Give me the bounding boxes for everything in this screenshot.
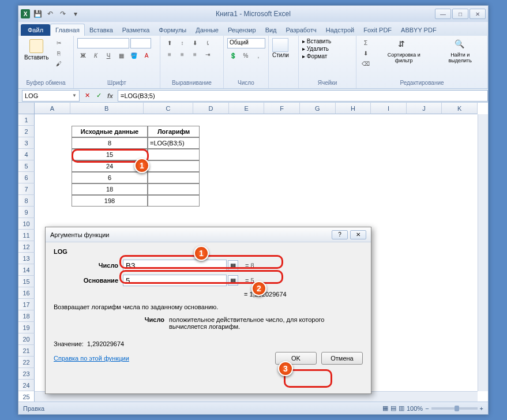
qat-dropdown-icon[interactable]: ▾ [70, 9, 81, 19]
italic-button[interactable]: К [90, 51, 102, 60]
view-normal-icon[interactable]: ▦ [382, 404, 388, 412]
row-header-4[interactable]: 4 [18, 149, 35, 160]
tab-review[interactable]: Рецензир [223, 24, 261, 36]
cell-B6[interactable]: 6 [72, 172, 148, 183]
align-right-icon[interactable]: ≡ [189, 50, 201, 59]
align-left-icon[interactable]: ≡ [164, 50, 175, 59]
formula-enter-button[interactable]: ✓ [93, 91, 104, 101]
cancel-button[interactable]: Отмена [321, 352, 363, 365]
cell-C7[interactable] [148, 183, 200, 195]
cell-B2[interactable]: Исходные данные [72, 126, 148, 137]
cell-C6[interactable] [148, 172, 200, 183]
align-top-icon[interactable]: ⬆ [164, 38, 175, 47]
name-box[interactable]: LOG ▼ [22, 90, 80, 102]
tab-view[interactable]: Вид [261, 24, 281, 36]
cut-icon[interactable]: ✂ [53, 38, 65, 47]
help-link[interactable]: Справка по этой функции [54, 355, 129, 362]
close-button[interactable]: ✕ [470, 9, 486, 19]
comma-icon[interactable]: , [253, 51, 264, 60]
zoom-in-button[interactable]: + [480, 405, 483, 412]
collapse-dialog-icon[interactable]: ▦ [228, 260, 238, 271]
tab-developer[interactable]: Разработч [281, 24, 321, 36]
row-header-19[interactable]: 19 [18, 322, 35, 333]
insert-function-button[interactable]: fx [105, 91, 115, 101]
row-header-23[interactable]: 23 [18, 368, 35, 380]
copy-icon[interactable]: ⎘ [53, 48, 65, 58]
zoom-level[interactable]: 100% [407, 405, 423, 412]
cell-B3[interactable]: 8 [72, 137, 148, 149]
row-header-24[interactable]: 24 [18, 380, 35, 391]
row-header-8[interactable]: 8 [18, 195, 35, 207]
collapse-dialog-icon[interactable]: ▦ [228, 275, 238, 286]
tab-abbyy[interactable]: ABBYY PDF [396, 24, 441, 36]
col-header-A[interactable]: A [35, 103, 70, 114]
cells-format-button[interactable]: ▸ Формат [302, 53, 331, 59]
vertical-scrollbar[interactable] [478, 114, 488, 391]
row-header-12[interactable]: 12 [18, 241, 35, 253]
col-header-J[interactable]: J [407, 103, 442, 114]
find-select-button[interactable]: 🔍Найти и выделить [436, 38, 484, 65]
fill-icon[interactable]: ⬇ [360, 48, 371, 58]
format-painter-icon[interactable]: 🖌 [53, 59, 65, 68]
row-header-1[interactable]: 1 [18, 114, 35, 126]
autosum-icon[interactable]: Σ [360, 38, 371, 47]
cells-delete-button[interactable]: ▸ Удалить [302, 46, 331, 52]
minimize-button[interactable]: — [435, 9, 451, 19]
paste-button[interactable]: Вставить [22, 38, 51, 62]
row-header-15[interactable]: 15 [18, 276, 35, 287]
undo-icon[interactable]: ↶ [45, 9, 55, 19]
underline-button[interactable]: Ч [103, 51, 114, 60]
align-middle-icon[interactable]: ↕ [176, 38, 188, 47]
row-header-21[interactable]: 21 [18, 345, 35, 357]
col-header-E[interactable]: E [229, 103, 265, 114]
fill-color-button[interactable]: 🪣 [128, 51, 140, 60]
col-header-I[interactable]: I [371, 103, 407, 114]
col-header-B[interactable]: B [70, 103, 144, 114]
styles-button[interactable]: Стили [272, 38, 289, 58]
font-color-button[interactable]: A [141, 51, 152, 60]
tab-layout[interactable]: Разметка [118, 24, 155, 36]
redo-icon[interactable]: ↷ [58, 9, 68, 19]
col-header-D[interactable]: D [193, 103, 229, 114]
cell-B7[interactable]: 18 [72, 183, 148, 195]
arg-number-input[interactable] [123, 260, 227, 271]
row-header-17[interactable]: 17 [18, 299, 35, 310]
formula-input[interactable]: =LOG(B3;5) [118, 90, 488, 102]
align-center-icon[interactable]: ≡ [176, 50, 188, 59]
zoom-slider[interactable] [431, 407, 478, 410]
number-format-combo[interactable]: Общий [227, 38, 265, 48]
percent-icon[interactable]: % [240, 51, 251, 60]
view-layout-icon[interactable]: ▤ [390, 404, 396, 412]
cells-insert-button[interactable]: ▸ Вставить [302, 38, 331, 44]
row-header-11[interactable]: 11 [18, 230, 35, 241]
clear-icon[interactable]: ⌫ [360, 59, 371, 68]
tab-formulas[interactable]: Формулы [154, 24, 191, 36]
row-header-25[interactable]: 25 [18, 391, 35, 402]
cell-C4[interactable] [148, 149, 200, 160]
row-header-16[interactable]: 16 [18, 287, 35, 299]
row-header-18[interactable]: 18 [18, 310, 35, 322]
row-header-9[interactable]: 9 [18, 207, 35, 218]
sort-filter-button[interactable]: ⇵Сортировка и фильтр [376, 38, 431, 65]
col-header-H[interactable]: H [336, 103, 371, 114]
save-icon[interactable]: 💾 [32, 9, 43, 19]
row-header-6[interactable]: 6 [18, 172, 35, 183]
font-name-combo[interactable] [77, 38, 129, 48]
tab-addins[interactable]: Надстрой [321, 24, 359, 36]
row-header-7[interactable]: 7 [18, 183, 35, 195]
tab-foxit[interactable]: Foxit PDF [359, 24, 396, 36]
formula-cancel-button[interactable]: ✕ [82, 91, 92, 101]
bold-button[interactable]: Ж [77, 51, 89, 60]
cell-C3[interactable]: =LOG(B3;5) [148, 137, 200, 149]
zoom-thumb[interactable] [455, 406, 459, 411]
cell-C2[interactable]: Логарифм [148, 126, 200, 137]
indent-icon[interactable]: ⇥ [202, 50, 213, 59]
cell-B8[interactable]: 198 [72, 195, 148, 207]
row-header-20[interactable]: 20 [18, 333, 35, 345]
currency-icon[interactable]: 💲 [227, 51, 239, 60]
row-header-13[interactable]: 13 [18, 253, 35, 264]
arg-base-input[interactable] [123, 275, 227, 286]
row-header-2[interactable]: 2 [18, 126, 35, 137]
dialog-help-button[interactable]: ? [332, 230, 348, 239]
align-bottom-icon[interactable]: ⬇ [189, 38, 201, 47]
